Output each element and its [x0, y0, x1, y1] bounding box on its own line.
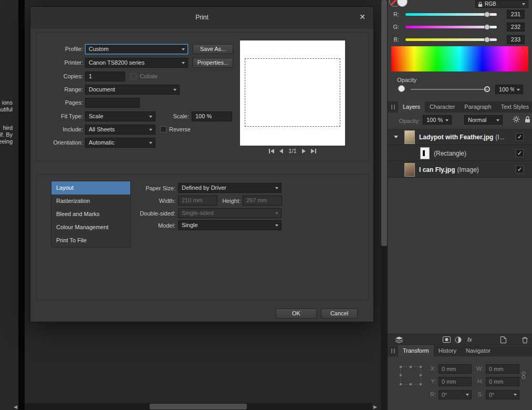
red-value-input[interactable]: 231 — [507, 10, 525, 19]
chevron-down-icon — [173, 89, 176, 91]
fit-type-dropdown[interactable]: Scale — [85, 111, 155, 121]
chevron-down-icon — [149, 142, 152, 144]
vertical-scrollbar[interactable] — [381, 0, 388, 410]
layer-visibility-checkbox[interactable]: ✓ — [516, 149, 524, 157]
close-icon[interactable]: ✕ — [359, 13, 366, 21]
double-sided-dropdown[interactable]: Single-sided — [178, 208, 281, 218]
save-as-button[interactable]: Save As... — [193, 44, 233, 54]
collapse-arrow-icon[interactable] — [394, 136, 398, 138]
layer-thumbnail[interactable] — [404, 130, 415, 144]
opacity-slider[interactable] — [411, 89, 488, 90]
profile-dropdown[interactable]: Custom — [85, 44, 188, 54]
blend-mode-dropdown[interactable]: Normal — [464, 115, 503, 125]
delete-layer-icon[interactable] — [522, 336, 528, 343]
transform-anchor-widget[interactable] — [400, 366, 421, 385]
model-dropdown[interactable]: Single — [178, 220, 281, 230]
scroll-left-icon[interactable]: ◀ — [14, 404, 17, 409]
layers-opacity-dropdown[interactable]: 100 % — [423, 115, 452, 125]
include-dropdown[interactable]: All Sheets — [85, 125, 155, 135]
x-label: X: — [427, 365, 436, 372]
chevron-down-icon — [517, 89, 520, 91]
edit-all-layers-icon[interactable] — [395, 336, 403, 343]
cancel-button[interactable]: Cancel — [321, 309, 358, 319]
opacity-value: 100 % — [499, 85, 514, 94]
scroll-right-icon[interactable]: ▶ — [373, 404, 377, 409]
last-page-icon[interactable] — [311, 149, 316, 153]
horizontal-scrollbar-thumb[interactable] — [150, 404, 247, 409]
layer-thumbnail[interactable] — [420, 147, 430, 159]
blue-channel-slider[interactable] — [405, 38, 497, 41]
paper-size-dropdown[interactable]: Defined by Driver — [178, 183, 281, 193]
transform-tab-bar: Transform History Navigator — [388, 345, 532, 356]
colour-spectrum[interactable] — [391, 46, 528, 71]
layer-row[interactable]: (Rectangle) ✓ — [388, 145, 532, 161]
vertical-scrollbar-thumb[interactable] — [381, 0, 387, 246]
width-input[interactable]: 210 mm — [178, 196, 217, 206]
print-dialog-titlebar[interactable]: Print ✕ — [30, 7, 373, 29]
printable-area-outline — [245, 58, 340, 127]
layer-visibility-checkbox[interactable]: ✓ — [516, 133, 524, 141]
printer-dropdown[interactable]: Canon TS8200 series — [85, 58, 188, 68]
section-item-rasterization[interactable]: Rasterization — [51, 194, 130, 208]
background-text-fragment: ions — [2, 99, 13, 106]
tab-history[interactable]: History — [434, 345, 461, 356]
prev-page-icon[interactable] — [279, 149, 283, 153]
layer-effects-icon[interactable]: fx — [467, 336, 472, 343]
green-channel-slider[interactable] — [405, 26, 497, 28]
y-input[interactable]: 0 mm — [439, 377, 472, 386]
properties-button[interactable]: Properties... — [193, 58, 233, 68]
opacity-swatch — [398, 85, 405, 92]
red-channel-slider[interactable] — [405, 13, 497, 16]
panel-grip[interactable] — [391, 105, 395, 109]
orientation-dropdown[interactable]: Automatic — [85, 138, 155, 148]
red-slider-thumb[interactable] — [484, 12, 490, 17]
green-slider-thumb[interactable] — [484, 24, 490, 30]
print-preview — [240, 40, 345, 146]
reverse-checkbox[interactable] — [160, 126, 166, 132]
collate-label: Collate — [140, 71, 171, 81]
first-page-icon[interactable] — [269, 149, 274, 153]
layer-visibility-checkbox[interactable]: ✓ — [516, 166, 524, 173]
layer-thumbnail[interactable] — [404, 163, 415, 177]
tab-transform[interactable]: Transform — [398, 345, 434, 356]
link-dimensions-icon[interactable] — [521, 371, 526, 382]
current-colour-swatch[interactable] — [397, 0, 408, 7]
gear-icon[interactable] — [513, 116, 520, 125]
chevron-down-icon — [275, 224, 278, 227]
add-layer-icon[interactable] — [500, 336, 506, 343]
mask-layer-icon[interactable] — [443, 336, 451, 343]
layer-row[interactable]: Ladypot with Feather.jpg(I... ✓ — [388, 129, 532, 145]
range-dropdown[interactable]: Document — [85, 85, 180, 95]
blue-value-input[interactable]: 233 — [507, 35, 525, 44]
ok-button[interactable]: OK — [276, 309, 317, 319]
blue-slider-thumb[interactable] — [484, 37, 490, 43]
tab-layers[interactable]: Layers — [398, 101, 425, 112]
w-input[interactable]: 0 mm — [486, 364, 519, 374]
opacity-dropdown[interactable]: 100 % — [495, 85, 523, 94]
tab-navigator[interactable]: Navigator — [461, 345, 495, 356]
x-input[interactable]: 0 mm — [439, 364, 472, 374]
green-value-input[interactable]: 232 — [507, 23, 525, 32]
panel-grip[interactable] — [391, 348, 395, 353]
opacity-slider-thumb[interactable] — [484, 86, 490, 92]
scale-input[interactable]: 100 % — [192, 111, 232, 121]
tab-text-styles[interactable]: Text Styles — [496, 101, 532, 112]
model-label: Model: — [116, 221, 175, 231]
layer-row[interactable]: I can Fly.jpg(Image) ✓ — [388, 161, 532, 178]
reverse-label: Reverse — [169, 125, 201, 135]
lock-icon[interactable] — [525, 116, 530, 125]
section-item-print-to-file[interactable]: Print To File — [51, 234, 130, 247]
height-input[interactable]: 297 mm — [243, 196, 282, 206]
pages-input[interactable] — [85, 98, 140, 108]
h-input[interactable]: 0 mm — [486, 377, 519, 386]
copies-input[interactable]: 1 — [85, 71, 125, 81]
next-page-icon[interactable] — [302, 149, 306, 153]
tab-paragraph[interactable]: Paragraph — [460, 101, 496, 112]
background-text-fragment: rif. By — [0, 131, 13, 138]
adjustment-layer-icon[interactable] — [455, 336, 462, 343]
collate-checkbox[interactable] — [130, 73, 137, 79]
colour-mode-dropdown[interactable]: RGB — [475, 0, 528, 8]
range-value: Document — [89, 85, 171, 94]
tab-character[interactable]: Character — [425, 101, 460, 112]
horizontal-scrollbar[interactable] — [25, 403, 372, 410]
